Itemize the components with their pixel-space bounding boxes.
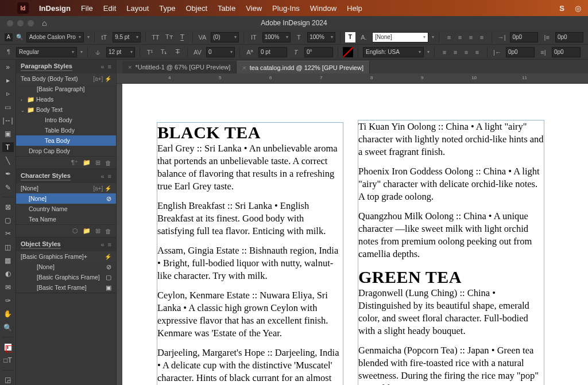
skew-field[interactable]: 0° [304, 47, 333, 57]
search-icon[interactable]: 🔍 [16, 34, 23, 40]
new-style-icon[interactable]: ⊞ [95, 227, 100, 235]
document-canvas[interactable]: BLACK TEA Earl Grey :: Sri Lanka • An un… [117, 84, 588, 385]
char-style-none[interactable]: [None]⊘ [16, 193, 116, 204]
flash-icon[interactable]: ⚡ [105, 185, 111, 192]
delete-style-icon[interactable]: 🗑 [105, 160, 111, 166]
text-frame-2[interactable]: Ti Kuan Yin Oolong :: China • A light "a… [358, 120, 544, 385]
obj-style-basic-graphics[interactable]: [Basic Graphics Frame]▢ [16, 272, 116, 282]
stroke-none-icon[interactable] [343, 47, 353, 57]
char-style-country-name[interactable]: Country Name [16, 204, 116, 214]
selection-tool[interactable]: ▸ [2, 75, 14, 85]
obj-style-basic-text[interactable]: [Basic Text Frame]▣ [16, 282, 116, 293]
panel-title-character-styles[interactable]: Character Styles [21, 172, 71, 181]
note-tool[interactable]: ✉ [2, 282, 14, 292]
strikethrough-icon[interactable]: T̶ [172, 47, 183, 57]
hscale-field[interactable]: 100%▾ [262, 32, 291, 42]
cc-libs-icon[interactable]: ¶⁺ [71, 159, 78, 166]
menu-object[interactable]: Object [186, 4, 208, 13]
underline-icon[interactable]: T̲ [177, 32, 188, 42]
style-intro-body[interactable]: Intro Body [16, 115, 116, 125]
format-container-icon[interactable]: □T [2, 356, 14, 365]
align-justify-icon[interactable]: ≡ [477, 32, 487, 42]
menu-edit[interactable]: Edit [103, 4, 116, 13]
style-folder-body-text[interactable]: ⌄📁 Body Text [16, 104, 116, 115]
free-transform-tool[interactable]: ◫ [2, 242, 14, 252]
style-tea-body[interactable]: Tea Body [16, 135, 116, 146]
tracking-field[interactable]: 0▾ [206, 47, 235, 57]
new-folder-icon[interactable]: 📁 [83, 227, 91, 235]
panel-menu-icon[interactable]: ≡ [108, 173, 111, 180]
panel-chevron-icon[interactable]: « [100, 173, 104, 180]
char-format-toggle[interactable]: A [5, 33, 13, 41]
current-obj-style[interactable]: [Basic Graphics Frame]+ ⚡ [16, 251, 116, 262]
menubar-app-name[interactable]: InDesign [39, 4, 71, 13]
vscale-field[interactable]: 100%▾ [307, 32, 335, 42]
flash-icon[interactable]: ⚡ [105, 76, 111, 82]
direct-selection-tool[interactable]: ▹ [2, 89, 14, 99]
indent-right-field[interactable]: 0p0 [506, 47, 535, 57]
panel-chevron-icon[interactable]: « [100, 63, 104, 70]
smallcaps-icon[interactable]: Tᴛ [164, 32, 175, 42]
indent-left-field[interactable]: 0p0 [510, 32, 538, 42]
close-icon[interactable]: × [242, 64, 246, 71]
indent-first-field[interactable]: 0p0 [555, 32, 583, 42]
gap-tool[interactable]: |↔| [2, 115, 14, 125]
rectangle-tool[interactable]: ▢ [2, 215, 14, 225]
style-folder-heads[interactable]: ›📁 Heads [16, 94, 116, 104]
menu-type[interactable]: Type [159, 4, 175, 13]
home-icon[interactable]: ⌂ [42, 18, 47, 28]
char-style-dropdown[interactable]: [None]▾ [372, 32, 428, 42]
menu-help[interactable]: Help [347, 4, 362, 13]
screen-mode-icon[interactable]: ◲ [2, 375, 14, 385]
panel-menu-icon[interactable]: ≡ [108, 241, 111, 248]
share-icon[interactable]: S [559, 4, 564, 13]
current-para-style[interactable]: Tea Body (Body Text) [a+] ⚡ [16, 73, 116, 84]
chevron-right-icon[interactable]: » [2, 62, 14, 72]
type-tool[interactable]: T [2, 142, 14, 152]
menu-file[interactable]: File [81, 4, 93, 13]
new-style-icon[interactable]: ⊞ [95, 159, 100, 166]
flash-icon[interactable]: ⚡ [105, 254, 111, 260]
baseline-field[interactable]: 0 pt [258, 47, 287, 57]
justify-right-icon[interactable]: ≡ [461, 47, 471, 57]
subscript-icon[interactable]: T₁ [158, 47, 169, 57]
para-format-toggle[interactable]: ¶ [5, 48, 13, 56]
style-table-body[interactable]: Table Body [16, 125, 116, 135]
eyedropper-tool[interactable]: ✑ [2, 295, 14, 305]
clear-overrides-icon[interactable]: [a+] [93, 76, 103, 82]
menu-plugins[interactable]: Plug-Ins [272, 4, 300, 13]
rectangle-frame-tool[interactable]: ⊠ [2, 202, 14, 212]
allcaps-icon[interactable]: TT [150, 32, 161, 42]
page-tool[interactable]: ▭ [2, 102, 14, 112]
align-right-icon[interactable]: ≡ [466, 32, 476, 42]
close-icon[interactable]: × [128, 64, 131, 71]
cc-libs-icon[interactable]: ⬡ [72, 227, 78, 235]
clear-overrides-icon[interactable]: [a+] [93, 185, 103, 192]
leading-field[interactable]: 12 pt▾ [106, 47, 135, 57]
menu-layout[interactable]: Layout [126, 4, 149, 13]
gradient-tool[interactable]: ▦ [2, 255, 14, 265]
current-char-style[interactable]: [None] [a+] ⚡ [16, 183, 116, 193]
style-drop-cap-body[interactable]: Drop Cap Body [16, 146, 116, 156]
zoom-tool[interactable]: 🔍 [2, 322, 14, 332]
kerning-field[interactable]: (0)▾ [211, 32, 239, 42]
justify-center-icon[interactable]: ≡ [450, 47, 461, 57]
pen-tool[interactable]: ✒ [2, 169, 14, 179]
tab-tea-catalog[interactable]: ×tea catalog.indd @ 122% [GPU Preview] [237, 61, 370, 73]
menu-view[interactable]: View [246, 4, 262, 13]
fill-swatch[interactable]: T [345, 32, 355, 42]
gradient-feather-tool[interactable]: ◐ [2, 269, 14, 279]
tab-untitled[interactable]: ×*Untitled-1 @ 67% [GPU Preview] [122, 61, 237, 73]
font-style-dropdown[interactable]: Regular▾ [16, 47, 77, 57]
ruler-horizontal[interactable]: 4 5 6 7 8 9 10 11 [117, 73, 588, 84]
menu-table[interactable]: Table [218, 4, 235, 13]
text-frame-1[interactable]: BLACK TEA Earl Grey :: Sri Lanka • An un… [157, 122, 343, 385]
indent-last-field[interactable]: 0p0 [552, 47, 581, 57]
align-left-icon[interactable]: ≡ [444, 32, 454, 42]
obj-style-none[interactable]: [None]⊘ [16, 262, 116, 272]
superscript-icon[interactable]: T¹ [145, 47, 155, 57]
scissors-tool[interactable]: ✂ [2, 229, 14, 239]
panel-title-object-styles[interactable]: Object Styles [21, 240, 61, 249]
pencil-tool[interactable]: ✎ [2, 182, 14, 192]
traffic-lights[interactable] [0, 20, 34, 26]
